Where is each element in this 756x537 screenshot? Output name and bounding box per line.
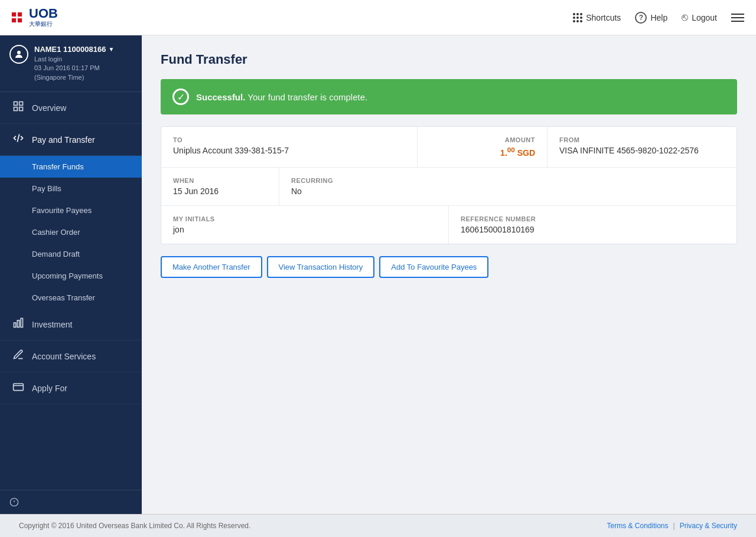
- footer-links: Terms & Conditions | Privacy & Security: [607, 522, 737, 530]
- header-right: Shortcuts ? Help ⎋ Logout: [573, 11, 744, 24]
- caret-icon: ▼: [108, 46, 114, 53]
- logo-area: UOB 大華銀行: [12, 7, 58, 28]
- svg-rect-3: [14, 107, 18, 111]
- to-account: 339-381-515-7: [234, 146, 289, 155]
- sidebar-item-apply-for[interactable]: Apply For: [0, 372, 142, 404]
- svg-rect-7: [21, 319, 22, 328]
- initials-cell: MY INITIALS jon: [161, 206, 449, 244]
- logo: UOB 大華銀行: [29, 7, 58, 28]
- main-content: Fund Transfer ✓ Successful. Your fund tr…: [142, 35, 756, 514]
- logout-button[interactable]: ⎋ Logout: [682, 11, 717, 24]
- transfer-row-3: MY INITIALS jon REFERENCE NUMBER 1606150…: [161, 206, 737, 244]
- transfer-details-card: TO Uniplus Account 339-381-515-7 AMOUNT …: [161, 126, 737, 244]
- footer: Copyright © 2016 United Overseas Bank Li…: [0, 514, 756, 537]
- view-history-button[interactable]: View Transaction History: [267, 256, 375, 278]
- sidebar-item-overseas-transfer[interactable]: Overseas Transfer: [0, 287, 142, 309]
- terms-link[interactable]: Terms & Conditions: [607, 522, 668, 530]
- svg-rect-6: [17, 320, 19, 328]
- help-label: Help: [650, 13, 667, 22]
- when-cell: WHEN 15 Jun 2016: [161, 168, 279, 205]
- amount-label: AMOUNT: [429, 136, 535, 143]
- from-cell: FROM VISA INFINITE 4565-9820-1022-2576: [548, 127, 737, 167]
- ref-label: REFERENCE NUMBER: [461, 215, 725, 222]
- privacy-link[interactable]: Privacy & Security: [680, 522, 737, 530]
- success-banner: ✓ Successful. Your fund transfer is comp…: [161, 79, 737, 114]
- when-label: WHEN: [173, 177, 267, 184]
- svg-rect-4: [19, 107, 23, 111]
- recurring-cell: RECURRING No: [279, 168, 737, 205]
- logo-dot: [18, 18, 22, 22]
- sidebar-item-account-services[interactable]: Account Services: [0, 340, 142, 372]
- footer-copyright: Copyright © 2016 United Overseas Bank Li…: [19, 522, 250, 530]
- to-cell: TO Uniplus Account 339-381-515-7: [161, 127, 418, 167]
- make-transfer-button[interactable]: Make Another Transfer: [161, 256, 262, 278]
- transfer-row-1: TO Uniplus Account 339-381-515-7 AMOUNT …: [161, 127, 737, 168]
- sidebar-item-upcoming-payments[interactable]: Upcoming Payments: [0, 265, 142, 287]
- add-favourite-button[interactable]: Add To Favourite Payees: [379, 256, 488, 278]
- sidebar-help-hint: [9, 497, 132, 507]
- user-info: NAME1 1100008166 ▼ Last login 03 Jun 201…: [34, 45, 114, 82]
- recurring-value: No: [291, 186, 725, 196]
- sidebar-item-transfer-funds[interactable]: Transfer Funds: [0, 156, 142, 178]
- sidebar-item-pay-bills[interactable]: Pay Bills: [0, 178, 142, 199]
- svg-rect-1: [14, 102, 18, 106]
- avatar: [9, 45, 28, 64]
- success-check-icon: ✓: [172, 89, 189, 105]
- help-button[interactable]: ? Help: [635, 12, 667, 24]
- success-bold: Successful.: [196, 92, 245, 102]
- initials-value: jon: [173, 225, 436, 234]
- amount-cell: AMOUNT 1.00 SGD: [418, 127, 548, 167]
- sidebar-item-demand-draft[interactable]: Demand Draft: [0, 243, 142, 265]
- user-section: NAME1 1100008166 ▼ Last login 03 Jun 201…: [0, 35, 142, 92]
- user-name: NAME1 1100008166 ▼: [34, 45, 114, 54]
- pay-transfer-icon: [12, 132, 25, 147]
- from-value: VISA INFINITE 4565-9820-1022-2576: [559, 146, 725, 155]
- sidebar-item-favourite-payees[interactable]: Favourite Payees: [0, 199, 142, 221]
- logo-sub: 大華銀行: [29, 20, 58, 28]
- svg-rect-2: [19, 102, 23, 106]
- recurring-label: RECURRING: [291, 177, 725, 184]
- overview-icon: [12, 100, 25, 115]
- success-message: Successful. Your fund transfer is comple…: [196, 92, 367, 102]
- sidebar-item-investment[interactable]: Investment: [0, 309, 142, 340]
- account-services-label: Account Services: [32, 352, 96, 361]
- sidebar: NAME1 1100008166 ▼ Last login 03 Jun 201…: [0, 35, 142, 514]
- header: UOB 大華銀行 Shortcuts ? Help ⎋ Logout: [0, 0, 756, 35]
- sidebar-item-pay-transfer[interactable]: Pay and Transfer: [0, 124, 142, 156]
- svg-rect-8: [14, 384, 24, 391]
- to-label: TO: [173, 136, 405, 143]
- sidebar-item-overview[interactable]: Overview: [0, 92, 142, 124]
- logo-dot: [12, 18, 16, 22]
- user-lastlogin: Last login 03 Jun 2016 01:17 PM (Singapo…: [34, 55, 114, 82]
- menu-button[interactable]: [731, 14, 744, 22]
- logo-text: UOB: [29, 7, 58, 20]
- success-text: Your fund transfer is complete.: [247, 92, 367, 102]
- svg-point-0: [17, 51, 21, 54]
- to-value: Uniplus Account 339-381-515-7: [173, 146, 405, 155]
- ref-cell: REFERENCE NUMBER 1606150001810169: [449, 206, 737, 244]
- amount-number: 1.00 SGD: [500, 148, 535, 158]
- investment-label: Investment: [32, 320, 72, 329]
- logout-label: Logout: [692, 13, 717, 22]
- apply-for-icon: [12, 381, 25, 395]
- investment-icon: [12, 317, 25, 332]
- shortcuts-button[interactable]: Shortcuts: [573, 13, 621, 22]
- account-services-icon: [12, 349, 25, 364]
- svg-rect-5: [14, 323, 16, 328]
- sidebar-item-cashier-order[interactable]: Cashier Order: [0, 221, 142, 243]
- logout-icon: ⎋: [682, 11, 688, 24]
- logo-grid: [12, 12, 22, 22]
- footer-separator: |: [673, 522, 675, 530]
- layout: NAME1 1100008166 ▼ Last login 03 Jun 201…: [0, 35, 756, 514]
- from-label: FROM: [559, 136, 725, 143]
- help-icon: ?: [635, 12, 647, 24]
- sidebar-bottom: [0, 490, 142, 514]
- when-value: 15 Jun 2016: [173, 186, 267, 196]
- hamburger-icon: [731, 14, 744, 22]
- to-name: Uniplus Account: [173, 146, 232, 155]
- logo-dot: [18, 12, 22, 17]
- logo-dot: [12, 12, 16, 17]
- page-title: Fund Transfer: [161, 52, 737, 67]
- shortcuts-label: Shortcuts: [586, 13, 621, 22]
- shortcuts-icon: [573, 13, 582, 22]
